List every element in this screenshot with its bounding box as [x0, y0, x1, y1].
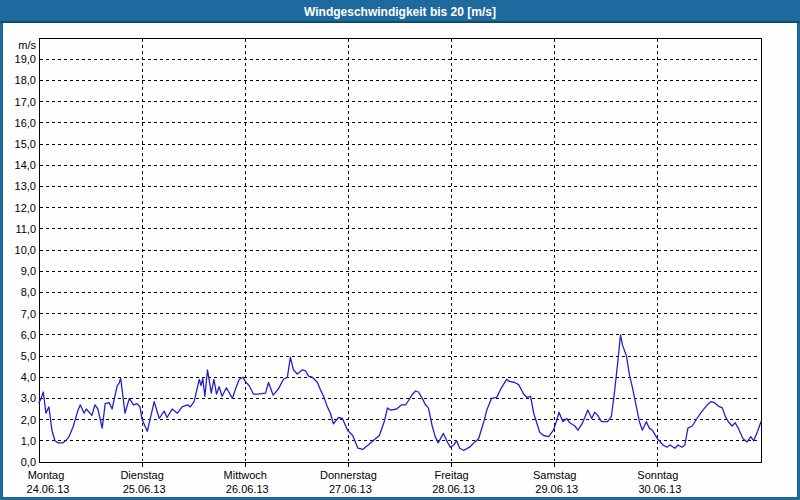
y-tick-label: 5,0 [21, 350, 36, 362]
y-tick-label: 8,0 [21, 286, 36, 298]
date-label: 30.06.13 [638, 483, 681, 495]
y-tick-label: 12,0 [15, 202, 36, 214]
day-label: Montag [28, 469, 65, 481]
y-tick-label: 0,0 [21, 456, 36, 468]
y-tick-label: 3,0 [21, 392, 36, 404]
y-tick-label: 13,0 [15, 180, 36, 192]
day-label: Mittwoch [224, 469, 267, 481]
date-label: 27.06.13 [329, 483, 372, 495]
day-label: Donnerstag [320, 469, 377, 481]
y-tick-label: 18,0 [15, 74, 36, 86]
y-tick-label: 7,0 [21, 308, 36, 320]
y-tick-label: 15,0 [15, 138, 36, 150]
y-tick-label: 14,0 [15, 159, 36, 171]
y-tick-label: 2,0 [21, 414, 36, 426]
date-label: 28.06.13 [432, 483, 475, 495]
y-tick-label: 11,0 [15, 223, 36, 235]
day-label: Freitag [434, 469, 468, 481]
date-label: 24.06.13 [27, 483, 70, 495]
date-label: 29.06.13 [535, 483, 578, 495]
wind-chart-widget: Windgeschwindigkeit bis 20 [m/s] m/s0,01… [0, 0, 800, 500]
y-tick-label: 10,0 [15, 244, 36, 256]
wind-series-line [39, 335, 761, 451]
day-label: Sonntag [637, 469, 678, 481]
y-axis-unit-label: m/s [18, 39, 36, 51]
date-label: 26.06.13 [226, 483, 269, 495]
y-tick-label: 9,0 [21, 265, 36, 277]
y-tick-label: 1,0 [21, 435, 36, 447]
y-tick-label: 4,0 [21, 371, 36, 383]
day-label: Samstag [533, 469, 576, 481]
day-label: Dienstag [120, 469, 163, 481]
y-tick-label: 6,0 [21, 329, 36, 341]
y-tick-label: 19,0 [15, 53, 36, 65]
y-tick-label: 16,0 [15, 117, 36, 129]
wind-speed-chart: m/s0,01,02,03,04,05,06,07,08,09,010,011,… [0, 0, 800, 500]
date-label: 25.06.13 [123, 483, 166, 495]
y-tick-label: 17,0 [15, 96, 36, 108]
